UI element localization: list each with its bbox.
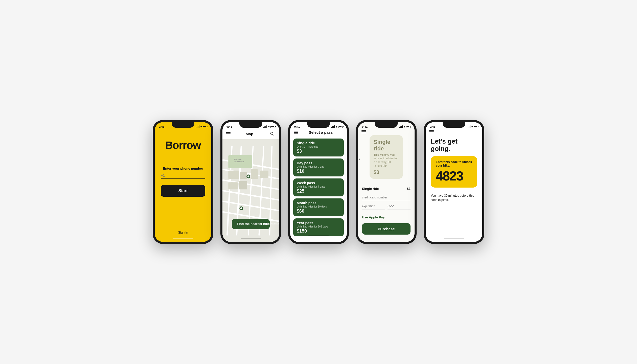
pass-year[interactable]: Year pass Unlimited rides for 365 days $… [293, 218, 344, 236]
svg-rect-18 [251, 169, 258, 179]
signal-icon-5 [467, 125, 470, 128]
code-expires-note: You have 30 minutes before this code exp… [431, 194, 477, 202]
battery-icon-1 [203, 126, 207, 128]
svg-rect-15 [240, 172, 247, 179]
sign-in-link[interactable]: Sign in [178, 231, 188, 234]
wifi-icon-2: ▾ [268, 125, 269, 128]
wifi-icon-5: ▾ [471, 125, 473, 128]
summary-label: Single ride [362, 187, 379, 191]
status-icons-4: ▾ [399, 125, 411, 128]
battery-icon-3 [338, 126, 343, 128]
phone-input[interactable] [161, 172, 205, 179]
svg-line-1 [273, 134, 274, 135]
home-indicator-4 [376, 239, 396, 239]
pass-list: Single ride One 30-minute ride $3 Day pa… [290, 136, 347, 242]
svg-rect-14 [228, 171, 239, 179]
svg-rect-16 [228, 182, 238, 189]
pass-desc-1: Unlimited rides for a day [297, 165, 340, 168]
svg-point-24 [247, 175, 249, 177]
pass-desc-4: Unlimited rides for 365 days [297, 225, 340, 228]
phone-4-payment: 9:41 ▾ ‹ Single ri [356, 120, 417, 244]
pass-price-4: $150 [297, 229, 340, 234]
hamburger-menu-icon[interactable] [226, 132, 231, 135]
cc-row [362, 203, 411, 212]
home-indicator-2 [241, 238, 261, 239]
battery-icon-2 [270, 126, 275, 128]
home-indicator-5 [444, 238, 464, 239]
code-card-label: Enter this code to unlock your bike. [436, 160, 472, 167]
lets-get-going-heading: Let's get going. [431, 138, 477, 152]
pass-detail-name: Single ride [374, 139, 399, 152]
code-card: Enter this code to unlock your bike. 482… [431, 156, 477, 188]
purchase-button[interactable]: Purchase [362, 223, 411, 235]
start-button[interactable]: Start [161, 185, 205, 197]
pass-month[interactable]: Month pass Unlimited rides for 30 days $… [293, 198, 344, 216]
notch-4 [375, 122, 398, 128]
payment-section: Use Apple Pay [358, 193, 415, 223]
pass-summary-row: Single ride $3 [358, 185, 415, 193]
signal-icon-4 [399, 125, 403, 128]
search-button[interactable] [268, 130, 276, 137]
svg-rect-17 [239, 181, 247, 190]
phone-3-select-pass: 9:41 ▾ Select a pass [288, 120, 349, 244]
hamburger-menu-icon-5[interactable] [429, 130, 479, 133]
pass-desc-2: Unlimited rides for 7 days [297, 185, 340, 188]
status-icons-3: ▾ [331, 125, 343, 128]
wifi-icon-1: ▾ [200, 125, 202, 128]
phones-container: 9:41 ▾ Borrow Enter your phone number St… [143, 105, 494, 259]
time-5: 9:41 [430, 125, 435, 128]
credit-card-input[interactable] [362, 195, 411, 201]
pass-name-0: Single ride [297, 141, 340, 145]
signal-icon-2 [263, 125, 267, 128]
pass-single-ride[interactable]: Single ride One 30-minute ride $3 [293, 139, 344, 156]
pass-name-4: Year pass [297, 221, 340, 225]
pass-day[interactable]: Day pass Unlimited rides for a day $10 [293, 158, 344, 176]
map-header: Map [222, 129, 279, 139]
code-content: Let's get going. Enter this code to unlo… [426, 135, 482, 238]
hamburger-menu-icon-3[interactable] [294, 131, 298, 134]
svg-text:Square Park: Square Park [234, 161, 244, 163]
battery-icon-5 [474, 126, 478, 128]
pass-price-0: $3 [297, 149, 340, 154]
app-title: Borrow [165, 139, 201, 151]
status-icons-1: ▾ [196, 125, 207, 128]
pass-detail-wrapper: ‹ Single ride This will give you access … [366, 135, 407, 182]
phone-1-borrow: 9:41 ▾ Borrow Enter your phone number St… [153, 120, 213, 244]
pass-detail-card: Single ride This will give you access to… [370, 135, 403, 179]
notch [172, 122, 194, 128]
hamburger-menu-icon-4[interactable] [361, 130, 366, 133]
pass-detail-price: $3 [374, 169, 399, 175]
notch-2 [239, 122, 262, 128]
status-icons-5: ▾ [467, 125, 478, 128]
battery-icon-4 [406, 126, 411, 128]
svg-point-26 [240, 207, 242, 209]
enter-phone-label: Enter your phone number [163, 167, 203, 170]
cvv-input[interactable] [388, 203, 411, 210]
unlock-code: 4823 [436, 168, 472, 184]
pass-price-1: $10 [297, 169, 340, 174]
signal-icon-3 [331, 125, 335, 128]
notch-3 [307, 122, 330, 128]
phone-5-code: 9:41 ▾ Let's get going. [424, 120, 484, 244]
pass-name-3: Month pass [297, 201, 340, 205]
pass-price-3: $60 [297, 209, 340, 214]
time-3: 9:41 [294, 125, 300, 128]
pass-desc-3: Unlimited rides for 30 days [297, 205, 340, 208]
signal-icon-1 [196, 125, 199, 128]
expiration-input[interactable] [362, 203, 385, 210]
phone1-content: Borrow Enter your phone number Start Sig… [155, 129, 211, 242]
home-indicator-1 [173, 238, 193, 239]
map-area: Madison Square Park Find the nearest bik… [222, 139, 279, 242]
apple-pay-button[interactable]: Use Apple Pay [362, 213, 385, 221]
status-icons-2: ▾ [263, 125, 275, 128]
time-2: 9:41 [226, 125, 232, 128]
back-chevron-icon[interactable]: ‹ [358, 156, 360, 161]
pass-price-2: $25 [297, 189, 340, 194]
pass-name-2: Week pass [297, 181, 340, 185]
pass-desc-0: One 30-minute ride [297, 145, 340, 148]
time-4: 9:41 [362, 125, 368, 128]
find-station-button[interactable]: Find the nearest bike station [232, 219, 270, 229]
pass-week[interactable]: Week pass Unlimited rides for 7 days $25 [293, 178, 344, 196]
svg-rect-19 [260, 171, 268, 178]
svg-text:Madison: Madison [234, 158, 241, 161]
